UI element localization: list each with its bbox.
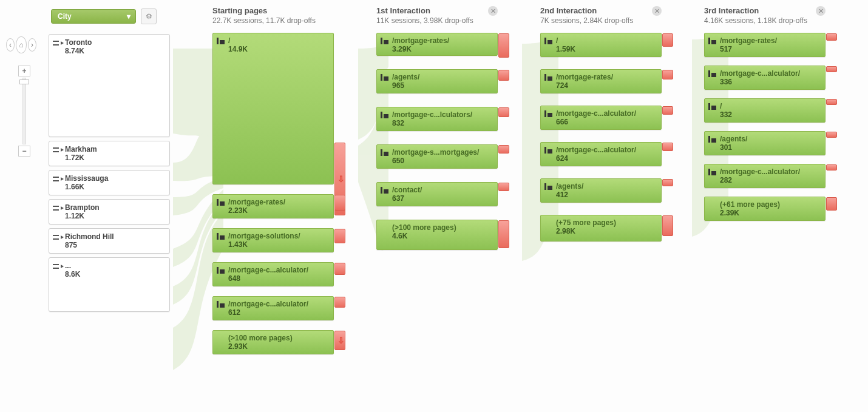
zoom-out-button[interactable]: − — [18, 146, 30, 157]
city-node[interactable]: Richmond Hill 875 — [49, 228, 170, 254]
flow-page-node[interactable]: /agents/ 412 — [540, 178, 662, 203]
dropoff-bar — [498, 145, 509, 154]
column-starting-pages: Starting pages 22.7K sessions, 11.7K dro… — [212, 6, 334, 358]
column-subtitle: 7K sessions, 2.84K drop-offs — [540, 16, 662, 25]
page-path-label: /contact/ — [392, 186, 422, 194]
flow-page-node[interactable]: /contact/ 637 — [376, 182, 498, 206]
city-node[interactable]: Markham 1.72K — [49, 141, 170, 166]
page-path-label: / — [228, 36, 248, 45]
flow-page-node[interactable]: /mortgage-solutions/ 1.43K — [212, 228, 334, 252]
flow-page-node[interactable]: (>100 more pages) 4.6K — [376, 220, 498, 250]
page-value: 612 — [228, 308, 308, 317]
column-close-button[interactable]: ✕ — [816, 6, 826, 16]
flow-page-node[interactable]: /mortgage-rates/ 3.29K — [376, 33, 498, 56]
page-path-label: / — [556, 36, 575, 45]
dropoff-bar — [826, 164, 837, 171]
dropoff-arrow-icon: ⇩ — [337, 336, 345, 345]
page-value: 1.43K — [228, 240, 300, 249]
page-path-label: /agents/ — [720, 135, 747, 143]
column-title: 3rd Interaction — [704, 6, 826, 15]
nav-home-button[interactable]: ⌂ — [16, 36, 27, 53]
flow-page-node[interactable]: / 1.59K — [540, 33, 662, 57]
flow-page-node[interactable]: /mortgage-c...lculators/ 832 — [376, 107, 498, 131]
flow-page-node[interactable]: /mortgage-c...alculator/ 282 — [704, 164, 826, 188]
city-node[interactable]: Mississauga 1.66K — [49, 170, 170, 195]
zoom-slider-handle[interactable] — [19, 79, 29, 84]
column-cities: Toronto 8.74K Markham 1.72K Mississauga … — [49, 34, 170, 358]
zoom-slider-track[interactable] — [22, 78, 26, 144]
flow-page-node[interactable]: /agents/ 965 — [376, 69, 498, 93]
flow-page-node[interactable]: /mortgage-c...alculator/ 612 — [212, 296, 334, 320]
page-icon — [708, 103, 716, 110]
flow-page-node[interactable]: /mortgage-c...alculator/ 648 — [212, 262, 334, 286]
page-value: 624 — [556, 154, 636, 163]
flow-page-node[interactable]: (>100 more pages) 2.93K ⇩ — [212, 330, 334, 354]
zoom-in-button[interactable]: + — [18, 66, 30, 76]
flow-page-node[interactable]: /mortgage-s...mortgages/ 650 — [376, 144, 498, 169]
city-value: 8.6K — [65, 270, 80, 279]
city-label: ... — [65, 262, 80, 270]
dropoff-bar — [826, 197, 837, 211]
column-first-interaction: 1st Interaction 11K sessions, 3.98K drop… — [376, 6, 498, 358]
flow-page-node[interactable]: / 14.9K ⇩ — [212, 33, 334, 184]
column-title: 2nd Interaction — [540, 6, 662, 15]
page-value: 2.98K — [556, 227, 616, 235]
flow-page-node[interactable]: /mortgage-c...alculator/ 624 — [540, 142, 662, 166]
city-value: 8.74K — [65, 47, 92, 55]
dropoff-bar: ⇩ — [334, 331, 345, 350]
dropoff-bar — [826, 99, 837, 105]
page-path-label: (+75 more pages) — [556, 218, 616, 227]
flow-page-node[interactable]: (+61 more pages) 2.39K — [704, 197, 826, 221]
page-icon — [708, 38, 716, 44]
page-path-label: /mortgage-c...lculators/ — [392, 110, 472, 119]
enter-icon — [53, 204, 61, 213]
page-value: 637 — [392, 194, 422, 203]
city-node[interactable]: Brampton 1.12K — [49, 199, 170, 225]
page-icon — [708, 169, 716, 175]
city-label: Mississauga — [65, 174, 108, 183]
dropoff-bar — [662, 70, 673, 79]
flow-page-node[interactable]: /mortgage-rates/ 2.23K — [212, 194, 334, 218]
nav-forward-button[interactable]: › — [28, 38, 36, 52]
flow-page-node[interactable]: /mortgage-c...alculator/ 336 — [704, 66, 826, 90]
page-path-label: /mortgage-c...alculator/ — [228, 300, 308, 308]
city-value: 1.12K — [65, 212, 100, 220]
page-path-label: /mortgage-s...mortgages/ — [392, 148, 479, 157]
city-label: Toronto — [65, 38, 92, 47]
dropoff-bar — [662, 33, 673, 47]
page-value: 724 — [556, 81, 613, 90]
city-node[interactable]: ... 8.6K — [49, 257, 170, 312]
enter-icon — [53, 146, 61, 155]
flow-page-node[interactable]: /mortgage-rates/ 724 — [540, 69, 662, 93]
city-node[interactable]: Toronto 8.74K — [49, 34, 170, 137]
page-path-label: (>100 more pages) — [228, 334, 293, 342]
page-value: 14.9K — [228, 45, 248, 53]
flow-page-node[interactable]: /mortgage-c...alculator/ 666 — [540, 106, 662, 130]
dropoff-bar — [334, 195, 345, 211]
page-path-label: /mortgage-c...alculator/ — [720, 167, 800, 176]
flow-page-node[interactable]: /mortgage-rates/ 517 — [704, 33, 826, 57]
flow-page-node[interactable]: /agents/ 301 — [704, 131, 826, 155]
page-icon — [544, 74, 552, 81]
dropoff-bar — [826, 33, 837, 41]
page-value: 648 — [228, 274, 308, 283]
page-icon — [381, 112, 388, 118]
column-title: Starting pages — [212, 6, 334, 15]
page-icon — [708, 70, 716, 77]
enter-icon — [53, 39, 61, 48]
column-close-button[interactable]: ✕ — [652, 6, 662, 16]
page-icon — [381, 149, 388, 156]
page-icon — [708, 136, 716, 143]
nav-back-button[interactable]: ‹ — [6, 38, 15, 52]
page-icon — [381, 38, 388, 44]
flow-page-node[interactable]: / 332 — [704, 98, 826, 123]
city-value: 1.66K — [65, 183, 108, 191]
flow-page-node[interactable]: (+75 more pages) 2.98K — [540, 215, 662, 241]
dropoff-bar — [498, 33, 509, 58]
page-value: 301 — [720, 143, 747, 152]
page-icon — [381, 187, 388, 194]
page-path-label: /mortgage-c...alculator/ — [556, 109, 636, 118]
page-path-label: /mortgage-c...alculator/ — [556, 146, 636, 154]
column-subtitle: 22.7K sessions, 11.7K drop-offs — [212, 16, 334, 25]
column-close-button[interactable]: ✕ — [488, 6, 498, 16]
